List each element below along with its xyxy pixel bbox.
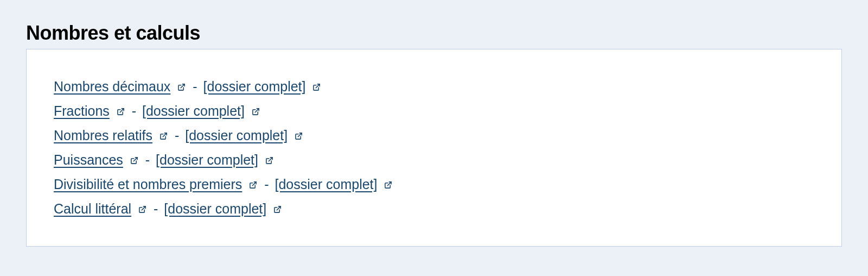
topic-link-calcul-litteral[interactable]: Calcul littéral <box>54 201 131 216</box>
svg-line-5 <box>298 133 302 137</box>
dossier-link[interactable]: [dossier complet] <box>275 177 378 192</box>
external-link-icon <box>138 205 146 214</box>
external-link-icon <box>130 156 138 165</box>
external-link-icon <box>177 83 186 91</box>
separator: - <box>193 79 197 94</box>
svg-line-11 <box>277 206 280 210</box>
separator: - <box>264 177 269 192</box>
topic-link-divisibilite[interactable]: Divisibilité et nombres premiers <box>54 177 242 192</box>
svg-line-3 <box>255 109 259 112</box>
svg-line-1 <box>316 84 320 88</box>
list-item: Calcul littéral - [dossier complet] <box>54 197 814 221</box>
link-list: Nombres décimaux - [dossier complet] Fra… <box>54 74 814 221</box>
external-link-icon <box>117 108 125 116</box>
external-link-icon <box>249 181 257 189</box>
separator: - <box>154 201 158 216</box>
external-link-icon <box>265 156 273 165</box>
dossier-link[interactable]: [dossier complet] <box>185 128 288 143</box>
list-item: Nombres décimaux - [dossier complet] <box>54 74 814 99</box>
list-item: Puissances - [dossier complet] <box>54 148 814 172</box>
list-item: Nombres relatifs - [dossier complet] <box>54 123 814 148</box>
content-box: Nombres décimaux - [dossier complet] Fra… <box>26 49 842 247</box>
list-item: Fractions - [dossier complet] <box>54 99 814 123</box>
svg-line-6 <box>133 158 137 161</box>
svg-line-7 <box>269 158 272 161</box>
svg-line-0 <box>181 84 185 88</box>
svg-line-2 <box>120 109 124 112</box>
external-link-icon <box>252 108 260 116</box>
svg-line-8 <box>253 182 257 186</box>
external-link-icon <box>295 132 303 140</box>
external-link-icon <box>273 205 282 214</box>
dossier-link[interactable]: [dossier complet] <box>156 152 258 167</box>
external-link-icon <box>384 181 392 189</box>
separator: - <box>145 152 150 167</box>
section-title: Nombres et calculs <box>26 22 842 45</box>
svg-line-9 <box>388 182 392 186</box>
svg-line-10 <box>142 206 145 210</box>
page-container: Nombres et calculs Nombres décimaux - [d… <box>0 0 868 260</box>
external-link-icon <box>312 83 321 91</box>
dossier-link[interactable]: [dossier complet] <box>164 201 266 216</box>
topic-link-nombres-decimaux[interactable]: Nombres décimaux <box>54 79 170 94</box>
dossier-link[interactable]: [dossier complet] <box>142 103 245 118</box>
topic-link-puissances[interactable]: Puissances <box>54 152 123 167</box>
topic-link-nombres-relatifs[interactable]: Nombres relatifs <box>54 128 152 143</box>
separator: - <box>132 103 136 118</box>
svg-line-4 <box>163 133 167 137</box>
separator: - <box>175 128 179 143</box>
dossier-link[interactable]: [dossier complet] <box>203 79 306 94</box>
external-link-icon <box>159 132 168 140</box>
list-item: Divisibilité et nombres premiers - [doss… <box>54 172 814 197</box>
topic-link-fractions[interactable]: Fractions <box>54 103 110 118</box>
